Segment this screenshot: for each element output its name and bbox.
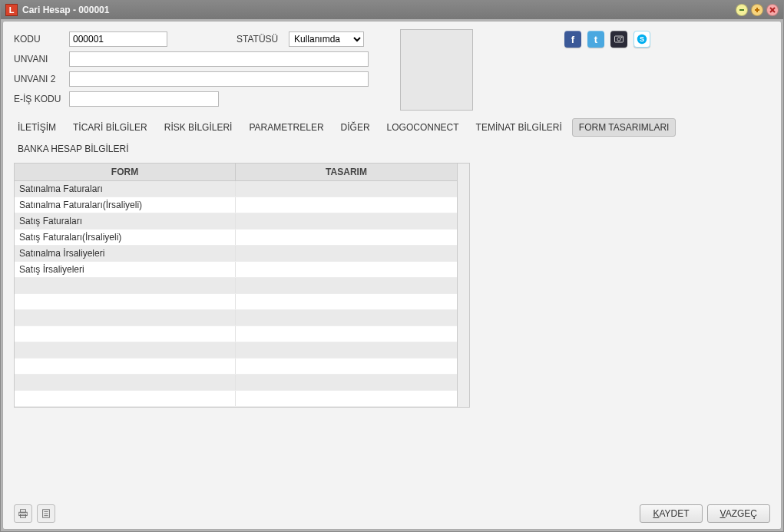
facebook-icon[interactable]: f (564, 31, 581, 48)
skype-icon[interactable]: S (633, 31, 650, 48)
cell-tasarim (236, 262, 457, 277)
cell-form: Satınalma Faturaları(İrsaliyeli) (15, 197, 236, 213)
cell-tasarim (236, 391, 457, 406)
window-title: Cari Hesap - 000001 (22, 5, 109, 15)
unvani-input[interactable] (69, 51, 369, 67)
tabs: İLETİŞİMTİCARİ BİLGİLERRİSK BİLGİLERİPAR… (3, 118, 781, 158)
tab-i-leti-i-m[interactable]: İLETİŞİM (11, 118, 63, 137)
cell-tasarim (236, 294, 457, 309)
cell-form: Satış İrsaliyeleri (15, 262, 236, 277)
grid-header-form[interactable]: FORM (15, 164, 236, 180)
table-row[interactable] (15, 326, 457, 342)
eis-label: E-İŞ KODU (14, 94, 69, 104)
tab-ti-cari-bi-lgi-ler[interactable]: TİCARİ BİLGİLER (66, 118, 154, 137)
cell-form (15, 375, 236, 390)
print-icon (18, 508, 28, 519)
tab-di-er[interactable]: DİĞER (334, 118, 377, 137)
cell-tasarim (236, 326, 457, 342)
svg-text:S: S (640, 35, 644, 43)
cell-tasarim (236, 342, 457, 358)
cell-tasarim (236, 359, 457, 374)
cell-tasarim (236, 181, 457, 197)
tab-temi-nat-bi-lgi-leri-[interactable]: TEMİNAT BİLGİLERİ (469, 118, 569, 137)
cell-tasarim (236, 246, 457, 261)
table-row[interactable] (15, 294, 457, 310)
cell-tasarim (236, 197, 457, 213)
form-grid[interactable]: FORM TASARIM Satınalma FaturalarıSatınal… (14, 163, 458, 408)
maximize-button[interactable] (751, 4, 763, 16)
grid-scrollbar[interactable] (458, 163, 470, 408)
titlebar[interactable]: L Cari Hesap - 000001 (1, 1, 783, 19)
document-button[interactable] (37, 504, 55, 523)
cell-form (15, 391, 236, 406)
cell-tasarim (236, 230, 457, 245)
table-row[interactable]: Satınalma Faturaları (15, 181, 457, 197)
svg-rect-10 (21, 510, 26, 513)
tab-banka-hesap-bi-lgi-leri-[interactable]: BANKA HESAP BİLGİLERİ (11, 140, 136, 158)
table-row[interactable] (15, 342, 457, 359)
grid-header-tasarim[interactable]: TASARIM (236, 164, 457, 180)
print-button[interactable] (14, 504, 32, 523)
cell-form (15, 310, 236, 325)
table-row[interactable] (15, 359, 457, 375)
table-row[interactable] (15, 391, 457, 407)
tab-ri-sk-bi-lgi-leri-[interactable]: RİSK BİLGİLERİ (157, 118, 240, 137)
unvani2-input[interactable] (69, 71, 369, 87)
cell-form (15, 359, 236, 374)
status-label: STATÜSÜ (237, 34, 289, 45)
tab-parametreler[interactable]: PARAMETRELER (242, 118, 330, 137)
cell-form: Satış Faturaları (15, 213, 236, 229)
table-row[interactable]: Satış İrsaliyeleri (15, 262, 457, 278)
status-select[interactable]: Kullanımda (289, 31, 364, 47)
app-icon: L (5, 4, 18, 16)
minimize-button[interactable] (736, 4, 748, 16)
save-button[interactable]: KAYDET (640, 504, 702, 523)
twitter-icon[interactable]: t (587, 31, 604, 48)
cell-form (15, 326, 236, 342)
table-row[interactable]: Satınalma Faturaları(İrsaliyeli) (15, 197, 457, 213)
tab-panel-form-tasarimlari: FORM TASARIM Satınalma FaturalarıSatınal… (14, 163, 770, 498)
table-row[interactable] (15, 310, 457, 326)
camera-icon[interactable] (610, 31, 627, 48)
eis-input[interactable] (69, 91, 219, 107)
table-row[interactable]: Satınalma İrsaliyeleri (15, 246, 457, 262)
cell-form (15, 342, 236, 358)
window: L Cari Hesap - 000001 KODU STATÜSÜ Kulla… (0, 0, 784, 532)
cancel-button[interactable]: VAZGEÇ (707, 504, 770, 523)
unvani2-label: UNVANI 2 (14, 74, 69, 84)
cell-tasarim (236, 310, 457, 325)
table-row[interactable]: Satış Faturaları (15, 213, 457, 230)
cell-form: Satış Faturaları(İrsaliyeli) (15, 230, 236, 245)
svg-point-6 (617, 38, 620, 41)
cell-tasarim (236, 375, 457, 390)
cell-form: Satınalma İrsaliyeleri (15, 246, 236, 261)
svg-rect-7 (621, 37, 623, 38)
table-row[interactable] (15, 375, 457, 391)
tab-form-tasarimlari[interactable]: FORM TASARIMLARI (572, 118, 676, 137)
close-button[interactable] (766, 4, 779, 16)
document-icon (41, 508, 51, 519)
cell-tasarim (236, 278, 457, 293)
table-row[interactable]: Satış Faturaları(İrsaliyeli) (15, 230, 457, 246)
cell-form (15, 294, 236, 309)
cell-form: Satınalma Faturaları (15, 181, 236, 197)
form-area: KODU STATÜSÜ Kullanımda UNVANI UNVANI 2 … (3, 21, 781, 114)
image-placeholder[interactable] (400, 29, 473, 111)
tab-logoconnect[interactable]: LOGOCONNECT (380, 118, 466, 137)
cell-tasarim (236, 213, 457, 229)
footer: KAYDET VAZGEÇ (3, 498, 781, 529)
kodu-label: KODU (14, 34, 69, 45)
kodu-input[interactable] (69, 31, 167, 47)
cell-form (15, 278, 236, 293)
content: KODU STATÜSÜ Kullanımda UNVANI UNVANI 2 … (2, 21, 782, 530)
table-row[interactable] (15, 278, 457, 294)
unvani-label: UNVANI (14, 54, 69, 64)
social-links: f t S (564, 31, 650, 48)
